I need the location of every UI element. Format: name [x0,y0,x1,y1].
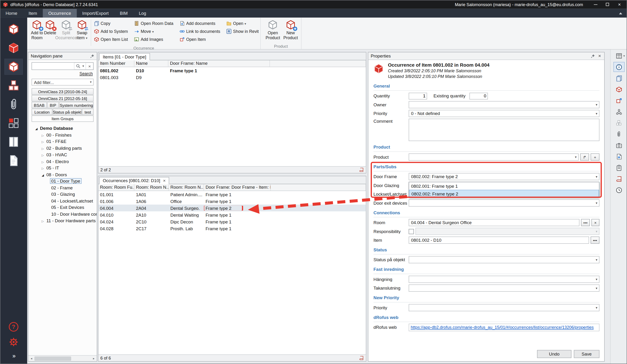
open-button[interactable]: Open [226,20,259,26]
new-product-button[interactable]: New Product [282,19,300,40]
drofus-web-link[interactable]: https://app-db2.drofus.com/marie-drofus_… [411,325,594,329]
copy-button[interactable]: Copy [94,20,128,26]
close-panel-icon[interactable]: × [597,53,602,58]
reports-module-icon[interactable] [5,134,22,149]
responsibility-dropdown[interactable] [416,228,600,235]
add-documents-button[interactable]: Add documents [179,20,220,26]
swap-item-button[interactable]: Swap item [75,19,89,40]
status-pa-objekt-dropdown[interactable] [409,256,600,263]
checklist-icon[interactable] [613,163,625,173]
tree-item-11-door-hardware-parts[interactable]: 11 - Door Hardware parts [28,217,97,224]
menu-home[interactable]: Home [0,9,23,17]
split-occurrence-button[interactable]: Split Occurrence [57,19,75,40]
table-row[interactable]: 0801.003 D9 [99,74,366,81]
new-priority-dropdown[interactable] [409,304,600,312]
attachments-module-icon[interactable] [5,97,22,112]
tree-collapsed-icon[interactable] [40,165,45,170]
help-icon[interactable]: ? [9,322,18,332]
hangning-dropdown[interactable] [409,276,600,283]
forms-icon[interactable] [613,73,625,83]
takanslutning-dropdown[interactable] [409,284,600,292]
column-header[interactable]: Item Number [99,60,134,67]
tree-expanded-icon[interactable] [40,172,45,177]
add-filter-dropdown[interactable]: Add filter... [32,79,94,86]
link-to-documents-button[interactable]: Link to documents [179,28,220,34]
log-icon[interactable] [613,174,625,184]
column-header[interactable]: Door Frame: Door Frame - Item: Name [204,184,271,190]
tree-item-04-lockset[interactable]: 04 - Lockset/Latchset [28,198,97,204]
product-dropdown[interactable] [409,153,579,161]
tree-collapsed-icon[interactable] [40,146,45,150]
menu-log[interactable]: Log [133,9,152,17]
pin-icon[interactable] [90,54,95,58]
close-button[interactable]: × [613,0,625,9]
log-book-icon[interactable] [359,167,364,172]
tree-expanded-icon[interactable] [34,126,39,131]
tree-collapsed-icon[interactable] [40,218,45,223]
item-field[interactable]: 0801.002 - D10 [409,236,589,244]
tree-collapsed-icon[interactable] [40,152,45,157]
scroll-left-icon[interactable]: ◂ [28,357,35,360]
filter-status-pa-objekt-button[interactable]: Status på objekt [53,109,82,115]
room-clear-button[interactable]: × [591,219,600,226]
occurrences-module-icon[interactable] [5,59,22,74]
documents-icon[interactable] [613,151,625,161]
grid-view-icon[interactable]: ▾ [613,51,625,61]
search-input[interactable] [32,63,74,69]
add-product-button[interactable]: + [591,153,599,161]
search-link[interactable]: Search [79,71,93,76]
open-product-link-button[interactable]: ↱ [580,153,589,161]
expand-sidebar-icon[interactable]: » [12,353,15,359]
move-button[interactable]: Move [134,28,173,34]
tree-collapsed-icon[interactable] [40,139,45,144]
tree-item-03-hvac[interactable]: 03 - HVAC [28,151,97,158]
tree-item-01-ffe[interactable]: 01 - FF&E [28,138,97,145]
clear-search-icon[interactable]: × [86,63,93,69]
table-row[interactable]: 01.006 1A06 Office Frame type 1 [99,198,366,205]
tree-item-03-glazing[interactable]: 03 - Glazing [28,191,97,198]
tree-item-08-doors[interactable]: 08 - Doors [28,171,97,178]
scroll-right-icon[interactable]: ▸ [91,357,97,360]
filter-omniclass23-button[interactable]: OmniClass 23 [2010-06-24] [32,88,94,94]
existing-quantity-field[interactable] [469,92,488,99]
add-to-system-button[interactable]: Add to System [94,28,128,34]
tab-occurrences[interactable]: Occurrences [0801.002: D10] × [99,177,169,184]
room-browse-button[interactable]: ••• [581,219,590,226]
tree-collapsed-icon[interactable] [40,133,45,137]
table-row[interactable]: 01.001 1A01 Patient Admin.... Frame type… [99,191,366,198]
table-row[interactable]: 04.028 2C17 Prosth. Lab Frame type 1 [99,225,366,232]
collapse-ribbon-button[interactable] [619,9,622,17]
add-to-room-button[interactable]: Add to Room [30,19,44,40]
delete-button[interactable]: Delete [44,19,57,36]
column-header[interactable]: Name [134,60,168,67]
save-button[interactable]: Save [574,350,600,358]
menu-item[interactable]: Item [23,9,43,17]
dropdown-option[interactable]: 0802.001: Frame type 1 [409,182,599,190]
tree-item-04-electro[interactable]: 04 - Electro [28,158,97,165]
tree-item-10-door-hardware-comb[interactable]: 10 - Door Hardware combin [28,211,97,217]
tree-item-01-door-type[interactable]: 01 - Door Type [28,178,97,184]
images-icon[interactable] [613,140,625,150]
menu-occurrence[interactable]: Occurrence [43,9,77,17]
tree-item-05-exit-devices[interactable]: 05 - Exit Devices [28,204,97,211]
door-glazing-dropdown[interactable]: 0802.001: Frame type 1 0802.002: Frame t… [409,182,600,189]
responsibility-checkbox[interactable] [409,229,414,234]
column-header[interactable]: Room: Room N... [169,184,204,190]
tab-items[interactable]: Items [01 - Door Type] [99,53,150,60]
filter-item-groups-button[interactable]: Item Groups [32,115,94,122]
settings-gear-icon[interactable] [8,337,19,347]
filter-system-numbering-button[interactable]: System numbering [59,102,94,108]
table-row-selected[interactable]: 04.004 2A04 Dental Surgeo. Frame type 2 [99,205,366,211]
documents-module-icon[interactable] [5,153,22,168]
filter-test-button[interactable]: test [82,109,94,115]
items-module-icon[interactable] [5,40,22,56]
column-header[interactable]: Room: Room N... [134,184,169,190]
open-item-icon[interactable] [613,95,625,106]
systems-icon[interactable] [613,107,625,117]
dropdown-option-selected[interactable]: 0802.002: Frame type 2 [409,190,599,197]
priority-dropdown[interactable]: 0 - Not defined [409,110,600,117]
quantity-field[interactable] [409,92,427,99]
filter-omniclass21-button[interactable]: OmniClass 21 [2012-05-16] [32,95,94,101]
tree-item-00-finishes[interactable]: 00 - Finishes [28,132,97,138]
tree-item-02-building-parts[interactable]: 02 - Building parts [28,145,97,151]
